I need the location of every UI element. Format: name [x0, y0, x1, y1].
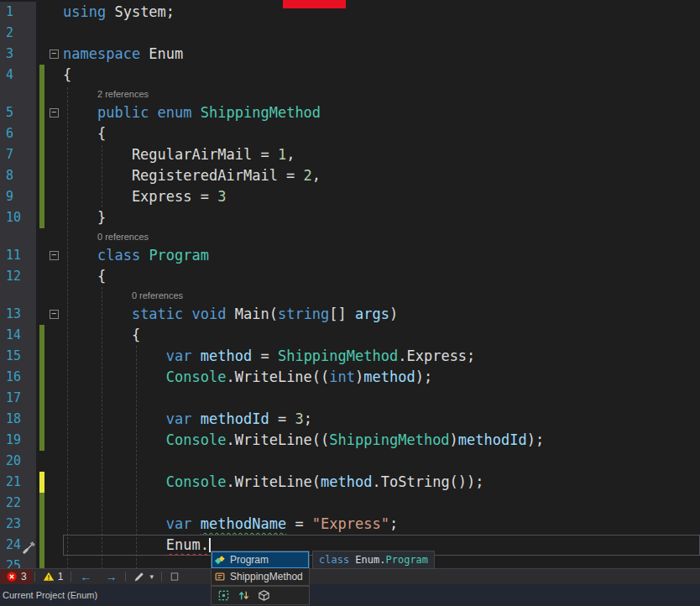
code-text[interactable]: Express = 3: [63, 186, 700, 207]
code-line[interactable]: 20: [0, 451, 700, 472]
line-number[interactable]: 10: [0, 207, 36, 228]
code-line[interactable]: 16 Console.WriteLine((int)method);: [0, 367, 700, 388]
code-line[interactable]: 9 Express = 3: [0, 186, 700, 207]
line-number[interactable]: 4: [0, 65, 36, 86]
code-text[interactable]: var methodId = 3;: [63, 409, 700, 430]
code-text[interactable]: RegularAirMail = 1,: [63, 144, 700, 165]
scope-selector[interactable]: Current Project (Enum): [3, 590, 97, 600]
code-line[interactable]: 21 Console.WriteLine(method.ToString());: [0, 472, 700, 493]
code-text[interactable]: using System;: [63, 2, 700, 23]
code-line[interactable]: 17: [0, 388, 700, 409]
completion-list[interactable]: ProgramShippingMethod: [211, 551, 310, 586]
code-text[interactable]: [63, 493, 700, 514]
code-text[interactable]: [63, 23, 700, 44]
code-line[interactable]: 12 {: [0, 266, 700, 287]
code-line[interactable]: 14 {: [0, 325, 700, 346]
line-number[interactable]: 2: [0, 23, 36, 44]
code-line[interactable]: 4{: [0, 65, 700, 86]
line-number[interactable]: [0, 228, 36, 245]
code-line[interactable]: 22: [0, 493, 700, 514]
code-line[interactable]: 18 var methodId = 3;: [0, 409, 700, 430]
navigate-back-button[interactable]: ←: [73, 570, 98, 583]
line-number[interactable]: 16: [0, 367, 36, 388]
code-line[interactable]: 2: [0, 23, 700, 44]
codelens-row[interactable]: 0 references: [0, 228, 700, 245]
completion-item-program[interactable]: Program: [212, 551, 309, 568]
line-number[interactable]: 22: [0, 493, 36, 514]
line-number[interactable]: 8: [0, 165, 36, 186]
collapse-toggle[interactable]: −: [50, 108, 59, 118]
code-token: args: [355, 306, 389, 322]
line-number[interactable]: 13: [0, 304, 36, 325]
line-number[interactable]: 9: [0, 186, 36, 207]
code-line[interactable]: 23 var methodName = "Express";: [0, 514, 700, 535]
code-text[interactable]: {: [63, 266, 700, 287]
line-number[interactable]: 19: [0, 430, 36, 451]
code-text[interactable]: Console.WriteLine((ShippingMethod)method…: [63, 430, 700, 451]
line-number[interactable]: 1: [0, 2, 36, 23]
line-number[interactable]: 5: [0, 102, 36, 123]
line-number[interactable]: [0, 287, 36, 304]
code-line[interactable]: 5− public enum ShippingMethod: [0, 102, 700, 123]
codelens-row[interactable]: 0 references: [0, 287, 700, 304]
code-line[interactable]: 1using System;: [0, 2, 700, 23]
code-text[interactable]: Console.WriteLine(method.ToString());: [63, 472, 700, 493]
completion-item-shippingmethod[interactable]: ShippingMethod: [212, 568, 309, 585]
codelens-row[interactable]: 2 references: [0, 86, 700, 102]
codelens-references[interactable]: 0 references: [63, 287, 183, 304]
document-filter-button[interactable]: [164, 569, 185, 584]
line-number[interactable]: [0, 86, 36, 102]
change-bar-saved: [39, 144, 44, 165]
line-number[interactable]: 3: [0, 44, 36, 65]
namespace-cube-icon[interactable]: [258, 589, 270, 602]
code-line[interactable]: 13− static void Main(string[] args): [0, 304, 700, 325]
code-text[interactable]: public enum ShippingMethod: [63, 102, 700, 123]
line-number[interactable]: 12: [0, 266, 36, 287]
line-number[interactable]: 11: [0, 245, 36, 266]
line-number[interactable]: 15: [0, 346, 36, 367]
line-number[interactable]: 6: [0, 123, 36, 144]
code-text[interactable]: Console.WriteLine((int)method);: [63, 367, 700, 388]
navigate-forward-button[interactable]: →: [98, 570, 123, 583]
codelens-references[interactable]: 2 references: [63, 86, 149, 102]
code-line[interactable]: 10 }: [0, 207, 700, 228]
code-text[interactable]: RegisteredAirMail = 2,: [63, 165, 700, 186]
code-text[interactable]: namespace Enum: [63, 44, 700, 65]
code-text[interactable]: [63, 451, 700, 472]
code-text[interactable]: [63, 388, 700, 409]
code-text[interactable]: }: [63, 207, 700, 228]
line-number[interactable]: 7: [0, 144, 36, 165]
code-token: [63, 247, 97, 264]
collapse-toggle[interactable]: −: [50, 251, 59, 260]
line-number[interactable]: 18: [0, 409, 36, 430]
collapse-toggle[interactable]: −: [50, 310, 59, 319]
sort-arrows-icon[interactable]: [238, 589, 250, 602]
codelens-references[interactable]: 0 references: [63, 228, 149, 245]
code-text[interactable]: class Program: [63, 245, 700, 266]
code-line[interactable]: 15 var method = ShippingMethod.Express;: [0, 346, 700, 367]
code-text[interactable]: static void Main(string[] args): [63, 304, 700, 325]
code-text[interactable]: {: [63, 65, 700, 86]
snippet-frame-icon[interactable]: [217, 589, 230, 602]
code-line[interactable]: 6 {: [0, 123, 700, 144]
editor-rows[interactable]: 1using System;23−namespace Enum4{2 refer…: [0, 0, 700, 577]
line-number[interactable]: 23: [0, 514, 36, 535]
warning-count-button[interactable]: 1: [37, 569, 70, 584]
collapse-toggle[interactable]: −: [50, 50, 59, 59]
code-line[interactable]: 11− class Program: [0, 245, 700, 266]
code-line[interactable]: 7 RegularAirMail = 1,: [0, 144, 700, 165]
line-number[interactable]: 14: [0, 325, 36, 346]
code-text[interactable]: {: [63, 325, 700, 346]
edit-filter-button[interactable]: ▾: [128, 569, 159, 584]
code-line[interactable]: 3−namespace Enum: [0, 44, 700, 65]
code-text[interactable]: var method = ShippingMethod.Express;: [63, 346, 700, 367]
code-line[interactable]: 19 Console.WriteLine((ShippingMethod)met…: [0, 430, 700, 451]
code-line[interactable]: 8 RegisteredAirMail = 2,: [0, 165, 700, 186]
code-text[interactable]: var methodName = "Express";: [63, 514, 700, 535]
error-count-button[interactable]: 3: [0, 569, 33, 584]
line-number[interactable]: 21: [0, 472, 36, 493]
line-number[interactable]: 20: [0, 451, 36, 472]
code-text[interactable]: {: [63, 123, 700, 144]
quick-actions-screwdriver-icon[interactable]: [23, 539, 35, 551]
line-number[interactable]: 17: [0, 388, 36, 409]
